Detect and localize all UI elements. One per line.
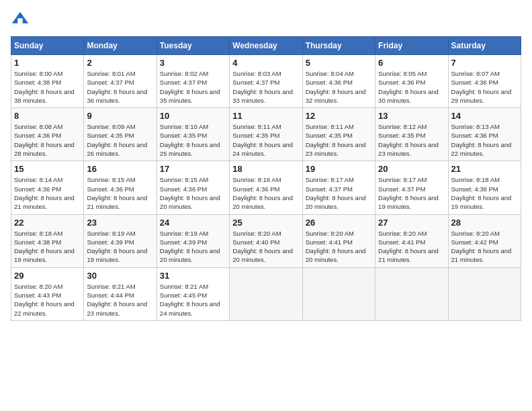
calendar-cell: 24Sunrise: 8:19 AMSunset: 4:39 PMDayligh… — [157, 214, 229, 267]
calendar-cell: 12Sunrise: 8:11 AMSunset: 4:35 PMDayligh… — [302, 108, 375, 161]
day-info: Sunrise: 8:05 AMSunset: 4:36 PMDaylight:… — [378, 70, 439, 104]
week-row-2: 8Sunrise: 8:08 AMSunset: 4:36 PMDaylight… — [11, 108, 521, 161]
logo — [11, 11, 32, 30]
day-info: Sunrise: 8:07 AMSunset: 4:36 PMDaylight:… — [451, 70, 512, 104]
day-number: 12 — [306, 111, 372, 121]
svg-rect-1 — [17, 18, 22, 24]
day-number: 16 — [87, 164, 153, 174]
day-info: Sunrise: 8:21 AMSunset: 4:44 PMDaylight:… — [87, 283, 147, 317]
day-info: Sunrise: 8:01 AMSunset: 4:37 PMDaylight:… — [87, 70, 147, 104]
header-cell-thursday: Thursday — [302, 37, 375, 55]
day-info: Sunrise: 8:15 AMSunset: 4:36 PMDaylight:… — [160, 176, 220, 210]
day-number: 5 — [306, 58, 372, 68]
calendar-cell: 2Sunrise: 8:01 AMSunset: 4:37 PMDaylight… — [84, 55, 157, 108]
calendar-cell: 6Sunrise: 8:05 AMSunset: 4:36 PMDaylight… — [375, 55, 448, 108]
day-info: Sunrise: 8:11 AMSunset: 4:35 PMDaylight:… — [306, 123, 366, 157]
day-info: Sunrise: 8:19 AMSunset: 4:39 PMDaylight:… — [160, 230, 220, 264]
calendar-cell: 5Sunrise: 8:04 AMSunset: 4:36 PMDaylight… — [302, 55, 375, 108]
calendar-cell: 17Sunrise: 8:15 AMSunset: 4:36 PMDayligh… — [157, 161, 229, 214]
calendar-cell: 4Sunrise: 8:03 AMSunset: 4:37 PMDaylight… — [230, 55, 302, 108]
calendar-cell: 30Sunrise: 8:21 AMSunset: 4:44 PMDayligh… — [84, 267, 157, 320]
calendar-cell: 10Sunrise: 8:10 AMSunset: 4:35 PMDayligh… — [157, 108, 229, 161]
day-info: Sunrise: 8:18 AMSunset: 4:38 PMDaylight:… — [14, 230, 75, 264]
day-info: Sunrise: 8:20 AMSunset: 4:41 PMDaylight:… — [306, 230, 366, 264]
day-info: Sunrise: 8:12 AMSunset: 4:35 PMDaylight:… — [378, 123, 439, 157]
calendar-cell: 13Sunrise: 8:12 AMSunset: 4:35 PMDayligh… — [375, 108, 448, 161]
day-info: Sunrise: 8:15 AMSunset: 4:36 PMDaylight:… — [87, 176, 147, 210]
calendar-cell: 16Sunrise: 8:15 AMSunset: 4:36 PMDayligh… — [84, 161, 157, 214]
calendar-cell: 18Sunrise: 8:16 AMSunset: 4:36 PMDayligh… — [230, 161, 302, 214]
header-row: SundayMondayTuesdayWednesdayThursdayFrid… — [11, 37, 521, 55]
day-info: Sunrise: 8:17 AMSunset: 4:37 PMDaylight:… — [378, 176, 439, 210]
week-row-4: 22Sunrise: 8:18 AMSunset: 4:38 PMDayligh… — [11, 214, 521, 267]
day-number: 1 — [14, 58, 81, 68]
day-info: Sunrise: 8:09 AMSunset: 4:35 PMDaylight:… — [87, 123, 147, 157]
day-info: Sunrise: 8:11 AMSunset: 4:35 PMDaylight:… — [232, 123, 293, 157]
calendar-table: SundayMondayTuesdayWednesdayThursdayFrid… — [11, 36, 521, 321]
calendar-cell — [448, 267, 521, 320]
header-cell-saturday: Saturday — [448, 37, 521, 55]
calendar-cell: 22Sunrise: 8:18 AMSunset: 4:38 PMDayligh… — [11, 214, 84, 267]
day-info: Sunrise: 8:08 AMSunset: 4:36 PMDaylight:… — [14, 123, 75, 157]
calendar-cell: 9Sunrise: 8:09 AMSunset: 4:35 PMDaylight… — [84, 108, 157, 161]
day-number: 27 — [378, 218, 445, 228]
day-number: 26 — [306, 218, 372, 228]
day-number: 10 — [160, 111, 226, 121]
day-info: Sunrise: 8:20 AMSunset: 4:40 PMDaylight:… — [232, 230, 293, 264]
week-row-3: 15Sunrise: 8:14 AMSunset: 4:36 PMDayligh… — [11, 161, 521, 214]
day-number: 25 — [232, 218, 299, 228]
calendar-cell — [302, 267, 375, 320]
day-info: Sunrise: 8:00 AMSunset: 4:38 PMDaylight:… — [14, 70, 75, 104]
calendar-cell: 31Sunrise: 8:21 AMSunset: 4:45 PMDayligh… — [157, 267, 229, 320]
day-number: 7 — [451, 58, 518, 68]
header-cell-sunday: Sunday — [11, 37, 84, 55]
calendar-cell: 19Sunrise: 8:17 AMSunset: 4:37 PMDayligh… — [302, 161, 375, 214]
header-cell-friday: Friday — [375, 37, 448, 55]
day-number: 23 — [87, 218, 153, 228]
calendar-cell: 1Sunrise: 8:00 AMSunset: 4:38 PMDaylight… — [11, 55, 84, 108]
calendar-cell: 21Sunrise: 8:18 AMSunset: 4:38 PMDayligh… — [448, 161, 521, 214]
week-row-1: 1Sunrise: 8:00 AMSunset: 4:38 PMDaylight… — [11, 55, 521, 108]
header-cell-monday: Monday — [84, 37, 157, 55]
day-info: Sunrise: 8:20 AMSunset: 4:41 PMDaylight:… — [378, 230, 439, 264]
day-info: Sunrise: 8:03 AMSunset: 4:37 PMDaylight:… — [232, 70, 293, 104]
logo-icon — [11, 11, 30, 30]
day-number: 11 — [232, 111, 299, 121]
day-info: Sunrise: 8:21 AMSunset: 4:45 PMDaylight:… — [160, 283, 220, 317]
calendar-cell: 7Sunrise: 8:07 AMSunset: 4:36 PMDaylight… — [448, 55, 521, 108]
day-number: 31 — [160, 271, 226, 281]
calendar-cell: 29Sunrise: 8:20 AMSunset: 4:43 PMDayligh… — [11, 267, 84, 320]
day-number: 21 — [451, 164, 518, 174]
calendar-cell: 3Sunrise: 8:02 AMSunset: 4:37 PMDaylight… — [157, 55, 229, 108]
calendar-cell: 11Sunrise: 8:11 AMSunset: 4:35 PMDayligh… — [230, 108, 302, 161]
day-info: Sunrise: 8:13 AMSunset: 4:36 PMDaylight:… — [451, 123, 512, 157]
day-info: Sunrise: 8:02 AMSunset: 4:37 PMDaylight:… — [160, 70, 220, 104]
header-cell-wednesday: Wednesday — [230, 37, 302, 55]
calendar-cell: 20Sunrise: 8:17 AMSunset: 4:37 PMDayligh… — [375, 161, 448, 214]
day-number: 15 — [14, 164, 81, 174]
day-info: Sunrise: 8:10 AMSunset: 4:35 PMDaylight:… — [160, 123, 220, 157]
page-header — [11, 11, 521, 30]
week-row-5: 29Sunrise: 8:20 AMSunset: 4:43 PMDayligh… — [11, 267, 521, 320]
day-info: Sunrise: 8:16 AMSunset: 4:36 PMDaylight:… — [232, 176, 293, 210]
day-number: 4 — [232, 58, 299, 68]
day-number: 29 — [14, 271, 81, 281]
day-number: 14 — [451, 111, 518, 121]
calendar-header: SundayMondayTuesdayWednesdayThursdayFrid… — [11, 37, 521, 55]
day-number: 13 — [378, 111, 445, 121]
day-info: Sunrise: 8:04 AMSunset: 4:36 PMDaylight:… — [306, 70, 366, 104]
day-number: 17 — [160, 164, 226, 174]
day-number: 20 — [378, 164, 445, 174]
day-number: 30 — [87, 271, 153, 281]
day-number: 8 — [14, 111, 81, 121]
calendar-cell: 23Sunrise: 8:19 AMSunset: 4:39 PMDayligh… — [84, 214, 157, 267]
day-info: Sunrise: 8:19 AMSunset: 4:39 PMDaylight:… — [87, 230, 147, 264]
day-info: Sunrise: 8:20 AMSunset: 4:42 PMDaylight:… — [451, 230, 512, 264]
day-number: 18 — [232, 164, 299, 174]
calendar-cell — [230, 267, 302, 320]
day-info: Sunrise: 8:17 AMSunset: 4:37 PMDaylight:… — [306, 176, 366, 210]
day-number: 9 — [87, 111, 153, 121]
calendar-cell: 26Sunrise: 8:20 AMSunset: 4:41 PMDayligh… — [302, 214, 375, 267]
day-info: Sunrise: 8:14 AMSunset: 4:36 PMDaylight:… — [14, 176, 75, 210]
calendar-cell: 27Sunrise: 8:20 AMSunset: 4:41 PMDayligh… — [375, 214, 448, 267]
